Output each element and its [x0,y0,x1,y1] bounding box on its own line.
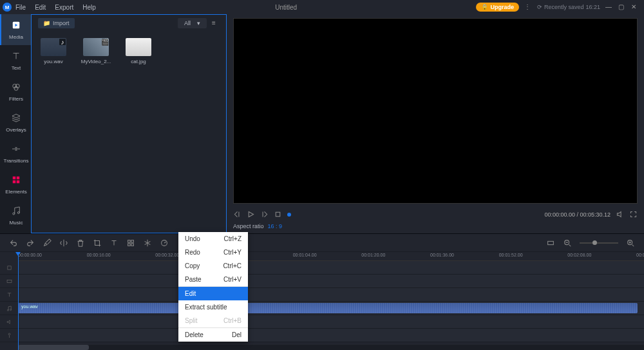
svg-point-22 [8,333,10,335]
side-tab-text[interactable]: Text [0,45,31,76]
upgrade-button[interactable]: 🔒 Upgrade [476,3,519,12]
ctx-redo[interactable]: RedoCtrl+Y [178,246,248,259]
h-scrollbar[interactable] [18,345,644,350]
track-body[interactable] [18,275,644,287]
chevron-down-icon: ▾ [197,20,200,26]
minimize-icon[interactable]: — [605,3,613,11]
import-button[interactable]: 📁 Import [38,18,75,28]
ruler-tick: 00:01:36.00 [430,253,454,257]
track-body[interactable] [18,261,644,274]
ctx-shortcut: Ctrl+Z [224,235,242,242]
audio-clip[interactable]: you.wav [18,303,638,313]
media-item[interactable]: cat.jpg [123,38,154,64]
side-tab-label: Media [9,34,23,40]
time-ruler[interactable]: 00:00:00.0000:00:16.0000:00:32.0000:00:4… [18,252,644,261]
ctx-shortcut: Ctrl+Y [223,249,242,256]
menu-file[interactable]: File [15,4,26,11]
type-badge-icon: 🎬 [102,39,108,45]
time-display: 00:00:00.00 / 00:05:30.12 [544,211,611,218]
document-title: Untitled [96,4,477,11]
zoom-slider[interactable] [580,242,618,244]
side-tab-label: Filters [9,96,23,102]
import-label: Import [53,20,70,26]
sound-track-head[interactable] [0,315,18,328]
ctx-shortcut: Del [232,331,242,338]
redo-icon[interactable] [26,238,35,248]
mosaic-icon[interactable] [126,238,135,248]
side-tab-transitions[interactable]: Transitions [0,138,31,169]
svg-rect-11 [128,240,131,242]
track-body[interactable]: you.wav [18,302,644,315]
side-tab-label: Overlays [6,127,26,133]
audio-track-head[interactable] [0,302,18,315]
preview-panel: 00:00:00.00 / 00:05:30.12 Aspect ratio 1… [227,14,644,233]
freeze-icon[interactable] [143,238,152,248]
ctx-extract-subtitle[interactable]: Extract subtitle [178,300,248,314]
zoom-in-icon[interactable] [626,238,635,248]
svg-rect-4 [13,177,16,180]
edit-icon[interactable] [43,238,52,248]
speed-icon[interactable] [160,238,169,248]
undo-icon[interactable] [9,238,18,248]
sort-icon[interactable]: ≡ [212,19,220,27]
media-filter-dropdown[interactable]: All ▾ [178,18,207,28]
side-tab-filters[interactable]: Filters [0,76,31,107]
prev-frame-button[interactable] [233,210,242,220]
text-icon[interactable] [109,238,118,248]
ctx-edit[interactable]: Edit [178,286,248,300]
text-icon [10,50,22,63]
side-tab-overlays[interactable]: Overlays [0,107,31,138]
app-icon: M [3,3,12,12]
main-area: MediaTextFiltersOverlaysTransitionsEleme… [0,14,644,233]
ctx-shortcut: Ctrl+C [223,262,242,269]
text-track-head[interactable] [0,288,18,301]
split-icon[interactable] [59,238,68,248]
volume-icon[interactable] [616,210,624,220]
stop-button[interactable] [274,210,282,220]
ctx-delete[interactable]: DeleteDel [178,327,248,342]
side-tab-elements[interactable]: Elements [0,169,31,200]
track-body[interactable] [18,329,644,342]
delete-icon[interactable] [76,238,85,248]
side-tabs: MediaTextFiltersOverlaysTransitionsEleme… [0,14,31,233]
ctx-copy[interactable]: CopyCtrl+C [178,259,248,273]
menu-help[interactable]: Help [82,4,96,11]
track-body[interactable] [18,288,644,301]
media-item[interactable]: 🎬MyVideo_2... [80,38,111,64]
track-row [0,315,644,329]
ruler-tick: 00:00:32.00 [155,253,179,257]
transitions-icon [10,143,22,156]
ctx-shortcut: Ctrl+V [223,276,242,283]
side-tab-music[interactable]: Music [0,200,31,231]
marker-dot [287,213,291,217]
fullscreen-icon[interactable] [629,210,638,220]
aspect-value[interactable]: 16 : 9 [268,223,283,229]
close-icon[interactable]: ✕ [631,3,639,11]
svg-point-20 [7,309,8,311]
zoom-out-icon[interactable] [563,238,572,248]
ctx-label: Delete [185,331,204,338]
video-viewport[interactable] [233,18,638,204]
crop-icon[interactable] [93,238,102,248]
ctx-paste[interactable]: PasteCtrl+V [178,273,248,286]
ruler-tick: 00:00:16.00 [87,253,111,257]
video-track-head[interactable] [0,275,18,287]
track-body[interactable] [18,315,644,328]
svg-rect-7 [17,180,20,184]
menu-edit[interactable]: Edit [35,4,46,11]
svg-rect-16 [548,241,554,244]
maximize-icon[interactable]: ▢ [618,3,626,11]
voice-track-head[interactable] [0,329,18,342]
menu-export[interactable]: Export [55,4,73,11]
music-icon [10,205,22,218]
more-icon[interactable]: ⋮ [524,3,532,11]
media-item[interactable]: ♪you.wav [38,38,69,64]
saved-label: Recently saved [544,4,584,10]
side-tab-media[interactable]: Media [0,14,31,45]
fit-icon[interactable] [546,238,555,248]
next-frame-button[interactable] [260,210,269,220]
ctx-undo[interactable]: UndoCtrl+Z [178,232,248,246]
pip-track-head[interactable] [0,261,18,274]
playhead[interactable] [18,252,19,350]
play-button[interactable] [247,210,255,220]
